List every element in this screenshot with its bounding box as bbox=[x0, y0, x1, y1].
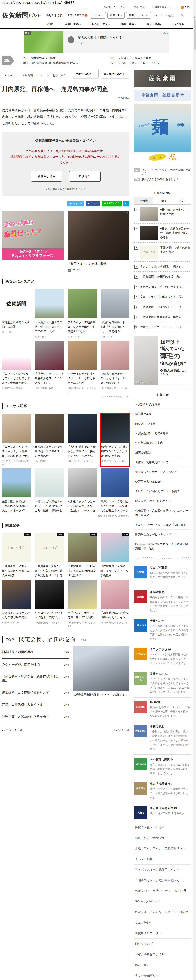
header-button[interactable]: 記事データベース bbox=[126, 12, 151, 19]
notice-item[interactable]: PRスタッフ募集 bbox=[134, 419, 191, 428]
saga-rain-donation-banner[interactable]: 佐賀豪雨 義援金受付 bbox=[134, 89, 191, 101]
feature-item[interactable]: NIE SAGA NIE 教育に新聞を 教育に新聞を活用するNIE。学校や家庭、… bbox=[134, 755, 191, 779]
ad-cta[interactable]: 喜びの体験談はこちらから bbox=[160, 369, 189, 376]
nav-item[interactable]: おくやみ▼ bbox=[168, 22, 192, 26]
sidebar-link[interactable]: ウェブ号外 bbox=[134, 918, 191, 928]
notice-item[interactable]: 取材依頼、投稿、問い合わせ bbox=[134, 496, 191, 506]
nav-item[interactable]: 全国・世界▼ bbox=[60, 22, 86, 26]
scroll-up-arrow[interactable] bbox=[194, 16, 195, 18]
nav-item[interactable]: 暮らし・文化▼ bbox=[86, 22, 115, 26]
ranking-item[interactable]: 7 柔道・少年男子団体５位入賞 茨.. bbox=[134, 292, 191, 302]
header-button[interactable]: 紙面を見る bbox=[107, 12, 125, 19]
ad-caption[interactable]: 「糖質と疲労」の意外な関係 bbox=[68, 262, 129, 266]
article-card[interactable]: 〈月刊サガン鳥栖１０月号〉 １０月のみどころ 残留へ意地を見 bbox=[35, 468, 64, 513]
utility-link[interactable]: ひびのコミュニティ bbox=[104, 6, 126, 9]
ranking-tab[interactable]: 1週間 bbox=[153, 197, 172, 204]
top-ad-banner[interactable]: 広告 ◖ 疲労の大敵は「糖質」だった？ アイム ⓘ X bbox=[24, 31, 169, 53]
inline-ad-regain[interactable]: 疲労の大敵は 糖質だった? ＼疲労回復・予防に！／ Regain トリプルフォー… bbox=[2, 211, 64, 272]
utility-link[interactable]: ご利用方法 bbox=[133, 6, 145, 9]
breaking-item[interactable]: 10/8 ＮＹ株、２万６２３５・２７ドル bbox=[110, 61, 191, 65]
weather-link[interactable]: 今日の天気予報 bbox=[67, 14, 87, 17]
ad-card[interactable]: 「ヨーグルトやめたらスッキリ！」医師注目、腸の健康裏ワザを PR フローラ健康科… bbox=[2, 414, 31, 466]
ad-info-icon[interactable]: ⓘ bbox=[163, 32, 166, 35]
sidebar-link[interactable]: 高校生クリエーター bbox=[134, 928, 191, 939]
ad-card[interactable]: 俺「やばい、金欠！」先輩「即日で10万借... PR(株式会社SMBCモビット) bbox=[68, 579, 97, 628]
sidebar-link[interactable]: 「昭和のカケラ」電子書籍で販売 bbox=[134, 875, 191, 886]
feature-item[interactable]: 47 CLUB ４７クラブさが ４７ＣＬＵＢは地方新聞社47社が協力して地域を応… bbox=[134, 644, 191, 669]
notice-item[interactable]: 著作権、利用申請について bbox=[134, 457, 191, 467]
subscribe-button[interactable]: 宅配申し込み bbox=[73, 70, 99, 78]
register-help-link[interactable]: こちら bbox=[79, 188, 86, 191]
hair-loss-ad[interactable]: 提供:マイナチュレ 10年以上 悩んでいた 薄毛の 悩みが喜びに 喜びの体験談は… bbox=[134, 336, 191, 385]
ranking-item[interactable]: 1 6日午前、唐津市七山で飲食店半焼 bbox=[134, 205, 191, 224]
ranking-item[interactable]: 8 〈佐賀豪雨・支援の輪〉Ｊリーグ.. bbox=[134, 302, 191, 312]
notice-item[interactable]: 電子版法人会員サービスについて bbox=[134, 467, 191, 477]
notice-item[interactable]: 佐賀新聞購読のご案内 bbox=[134, 438, 191, 448]
notice-item[interactable]: 佐賀新聞社員を募集 bbox=[134, 399, 191, 409]
hatena-bookmark-button[interactable]: B! bbox=[123, 201, 129, 207]
breaking-item[interactable]: 10/8 プレステ５、来年末に発売 bbox=[110, 56, 191, 60]
feature-item[interactable]: 威風 堂々 小説「威風堂々」 佐賀出身の偉人・大隈重信が主人公。大隈の思想や生涯… bbox=[134, 779, 191, 803]
tweet-button[interactable]: ツイート bbox=[67, 201, 84, 207]
ranking-item[interactable]: 9 〈佐賀豪雨〉六角川整備、年度内.. bbox=[134, 312, 191, 322]
article-card[interactable]: 佐賀学園、決勝に進出 九州地区高校野球佐賀大会｜スポーツ,行 bbox=[2, 468, 31, 513]
top-news-headline[interactable]: 関電会長、辞任の意向 bbox=[19, 636, 76, 643]
sidebar-link[interactable]: すこやか佐賀っ子 bbox=[134, 970, 191, 980]
ad-close-icon[interactable]: X bbox=[127, 211, 128, 215]
ranking-item[interactable]: 3 行政・社会 妻脅迫疑いで逮捕の佐賀市議が釈放 bbox=[134, 243, 191, 262]
nav-item[interactable]: 特集・連載▼ bbox=[115, 22, 142, 26]
sidebar-link[interactable]: 気象・災害・警報情報 bbox=[134, 833, 191, 843]
facebook-share-button[interactable]: シェア bbox=[86, 201, 100, 207]
register-new-button[interactable]: 新規申し込み bbox=[31, 171, 62, 182]
article-card[interactable]: 〈佐賀豪雨〉浸水で閉店、愛しのレストラン 営業40年、武雄... 行政・社会 bbox=[35, 289, 64, 339]
sidebar-link[interactable]: 交通・ライフライン・気象情報リンク bbox=[134, 843, 191, 854]
notice-item[interactable]: 嘱託社員募集 bbox=[134, 409, 191, 418]
notice-item[interactable]: 佐賀善意銀行 助成金募集 bbox=[134, 428, 191, 438]
utility-link[interactable]: お客様管理メニュー bbox=[152, 6, 174, 9]
feature-item[interactable]: Fit ECRU Fit ECRU 月2回発行のフリーペーパー。グルメ・趣味・仕… bbox=[134, 698, 191, 721]
notice-item[interactable]: 久光製薬杯 第30回佐賀県ママさんバレーボール大会 bbox=[134, 506, 191, 520]
inline-ad-aim[interactable]: ⓘX 「糖質と疲労」の意外な関係 ◖アイム bbox=[68, 211, 129, 272]
noodle-feature-ad[interactable]: ひんやりめん 麺 特集 こんなの あるんだ! 47CLUB bbox=[134, 104, 191, 162]
register-login-button[interactable]: ログイン bbox=[69, 171, 100, 182]
top-news-item[interactable]: 芝野、１０代初七大タイトル 10/8 bbox=[2, 699, 69, 711]
article-card[interactable]: サガンＵ－１５選抜国際大会優勝 山口知事に喜び報告｜スポーツ bbox=[100, 468, 129, 513]
scrollbar-thumb[interactable] bbox=[194, 19, 196, 50]
top-news-photo[interactable] bbox=[73, 646, 129, 691]
ad-card[interactable]: 禁煙ってこんなラクだった？僕が半年で禁... PR(NICOLESS) bbox=[2, 579, 31, 628]
photo-list-link[interactable]: >> 写真一覧 bbox=[115, 729, 129, 732]
ranking-tab[interactable]: 24時間 bbox=[134, 197, 153, 204]
feature-item[interactable]: 令和に 挑む 令和に挑む 「令和」の時代が幕を開け、県内では多くの若い経営者が新… bbox=[134, 721, 191, 754]
rss-link[interactable]: RSS bbox=[181, 6, 190, 9]
feature-item[interactable]: 写真館 ウェブ写真館 紙面に掲載された写真以外のものをウェブ写真館に掲載していま… bbox=[134, 563, 191, 587]
notice-item[interactable]: テレワークに関するアンケート調査 bbox=[134, 487, 191, 496]
text-ad-link[interactable]: 広告 マンションなどの賃貸、土地や建物の売買は！ bbox=[134, 168, 191, 175]
top-ad-title[interactable]: 疲労の大敵は「糖質」だった？ bbox=[78, 36, 165, 40]
sidebar-link[interactable]: 佐賀を守る「みんな」のヒーロー消防団 bbox=[134, 907, 191, 918]
search-input[interactable] bbox=[155, 14, 180, 17]
recommended-by-outbrain[interactable]: Recommended by Outbrain ▷ bbox=[2, 515, 129, 517]
notice-item[interactable]: 伊万里湾大花火2019 bbox=[134, 477, 191, 487]
ranking-item[interactable]: 4 多久のボタ山で地質調査 県と市.. bbox=[134, 262, 191, 272]
breadcrumb-item[interactable]: 佐賀新聞ニュース bbox=[20, 72, 50, 79]
top-news-item-featured[interactable]: 日産社長に内田氏昇格 10/8 bbox=[2, 646, 69, 659]
feature-item[interactable]: 大花火 伊万里湾大花火2019 伊万里湾大花火2019 開催要項 bbox=[134, 803, 191, 822]
news-list-link[interactable]: >> ニュース一覧 bbox=[2, 729, 22, 732]
article-card[interactable]: 多久のボタ山で地質調査 県と市が鎮火、崩落防止策検討へ 行政・社会 bbox=[68, 289, 97, 339]
article-card[interactable]: 元助役「あいさつに来い」関電幹部を宴会に｜全国のニュース｜佐 bbox=[68, 468, 97, 513]
ad-card[interactable]: タバコ代で悩んでいる人に朗報！年間36万... PR(株式会社ロックビル) bbox=[35, 579, 64, 628]
article-card[interactable]: 行政・社会 10/8 〈佐賀豪雨・支援の輪〉佐賀善意銀行の義援金受け付け ８日分 bbox=[35, 533, 64, 578]
ad-card[interactable]: なぜオイル交換に来た彼はコーヒーを飲む余裕があるのか PR(株式会社オートバック… bbox=[68, 340, 97, 393]
article-card[interactable]: 10/8 〈佐賀豪雨〉「１割損壊」も最大30万円助成 災害救助法、... bbox=[68, 533, 97, 578]
ad-info-icon[interactable]: ⓘ bbox=[124, 211, 126, 215]
ad-close-icon[interactable]: X bbox=[166, 32, 168, 35]
sidebar-link[interactable]: 孫と一緒に bbox=[134, 960, 191, 970]
subscribe-button[interactable]: 電子版申し込み bbox=[100, 70, 129, 78]
feature-item[interactable]: 士業 バンク 士業バンク 日々のお困り事を相談してみませんか？佐賀で活躍するその… bbox=[134, 616, 191, 644]
ranking-item[interactable]: 6 多久市のボタ山跡、約２年くすぶ.. bbox=[134, 282, 191, 292]
header-button[interactable]: ログイン bbox=[91, 12, 106, 19]
sidebar-link[interactable]: 佐賀県内花火大会情報 bbox=[134, 822, 191, 833]
notice-item[interactable]: 紙面１部購入 bbox=[134, 448, 191, 457]
sidebar-link[interactable]: イベント情報 bbox=[134, 854, 191, 865]
notice-item[interactable]: トヨタ・ソーシャル・フェス 参加者募集 bbox=[134, 520, 191, 530]
